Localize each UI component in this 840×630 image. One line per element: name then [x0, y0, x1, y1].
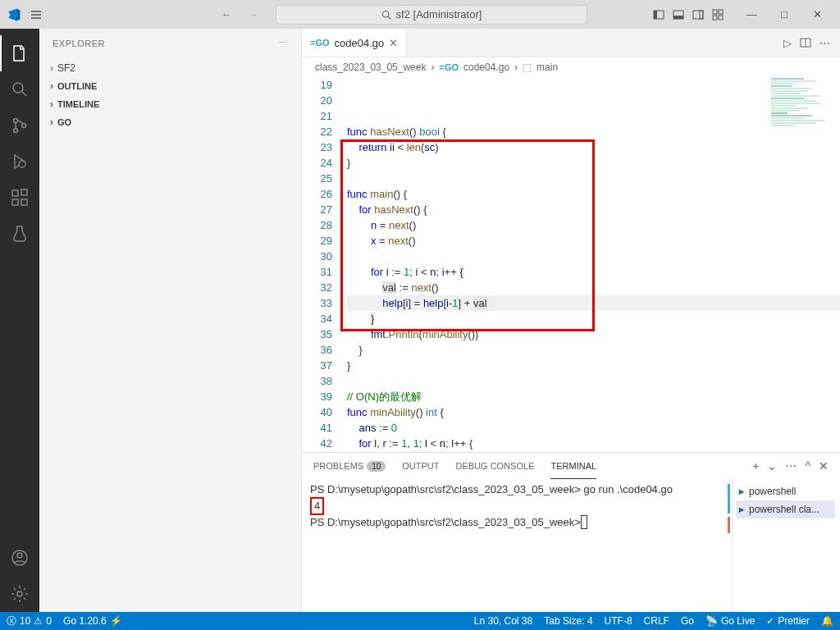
status-go-version[interactable]: Go 1.20.6 ⚡	[63, 615, 122, 627]
extensions-icon[interactable]	[0, 180, 39, 216]
close-panel-icon[interactable]: ✕	[819, 459, 829, 472]
status-cursor[interactable]: Ln 30, Col 38	[474, 615, 532, 627]
tab-terminal[interactable]: TERMINAL	[550, 453, 596, 479]
status-errors[interactable]: ⓧ 10 ⚠ 0	[7, 614, 52, 628]
code-line[interactable]: }	[347, 155, 840, 171]
settings-gear-icon[interactable]	[0, 576, 39, 612]
status-golive[interactable]: 📡 Go Live	[705, 615, 755, 627]
svg-rect-19	[12, 199, 18, 205]
svg-rect-3	[654, 11, 657, 19]
run-icon[interactable]: ▷	[783, 37, 792, 49]
status-language[interactable]: Go	[681, 615, 694, 627]
status-prettier[interactable]: ✓ Prettier	[766, 615, 810, 627]
nav-forward-icon[interactable]: →	[243, 5, 262, 25]
vscode-logo	[7, 7, 21, 22]
source-control-icon[interactable]	[0, 107, 39, 144]
menu-icon[interactable]	[28, 7, 44, 23]
close-window-button[interactable]: ✕	[801, 2, 833, 27]
code-line[interactable]: return ii < len(sc)	[347, 139, 840, 155]
sidebar-item-timeline[interactable]: ›TIMELINE	[46, 95, 294, 113]
svg-point-24	[17, 591, 22, 596]
code-line[interactable]: for r < n && help[r]-help[l-1] < 2*x {	[347, 451, 840, 452]
symbol-icon: ⬚	[523, 62, 532, 73]
tab-label: code04.go	[335, 37, 385, 49]
svg-point-15	[14, 129, 18, 133]
code-line[interactable]	[347, 373, 840, 389]
problems-count-badge: 10	[367, 461, 386, 472]
code-line[interactable]: x = next()	[347, 233, 840, 249]
status-eol[interactable]: CRLF	[644, 615, 669, 627]
terminal-list: ▸powershell▸powershell cla...	[732, 479, 838, 612]
new-terminal-icon[interactable]: +	[752, 459, 759, 472]
breadcrumbs[interactable]: class_2023_03_05_week › =GO code04.go › …	[302, 57, 840, 77]
code-line[interactable]: for i := 1; i < n; i++ {	[347, 264, 840, 280]
panel-more-icon[interactable]: ⋯	[785, 459, 797, 472]
terminal-list-item[interactable]: ▸powershell cla...	[736, 500, 835, 518]
testing-icon[interactable]	[0, 216, 39, 252]
svg-point-16	[22, 124, 26, 128]
sidebar-item-outline[interactable]: ›OUTLINE	[46, 77, 294, 95]
tab-code04[interactable]: =GO code04.go ✕	[302, 29, 407, 57]
nav-back-icon[interactable]: ←	[217, 5, 236, 25]
split-editor-icon[interactable]	[800, 37, 811, 48]
maximize-panel-icon[interactable]: ^	[805, 459, 810, 472]
code-line[interactable]: func minAbility() int {	[347, 404, 840, 420]
explorer-icon[interactable]	[0, 35, 39, 71]
code-line[interactable]: n = next()	[347, 217, 840, 233]
editor-area: =GO code04.go ✕ ▷ ⋯ class_2023_03_05_wee…	[302, 29, 840, 612]
maximize-button[interactable]: □	[768, 2, 801, 27]
code-line[interactable]	[347, 249, 840, 264]
code-line[interactable]: }	[347, 311, 840, 326]
code-line[interactable]: // O(N)的最优解	[347, 389, 840, 404]
code-line[interactable]: }	[347, 358, 840, 373]
terminal-dropdown-icon[interactable]: ⌄	[767, 459, 777, 472]
accounts-icon[interactable]	[0, 540, 39, 576]
layout-panel-right-icon[interactable]	[689, 6, 707, 24]
code-line[interactable]: help[i] = help[i-1] + val	[347, 295, 840, 311]
terminal-line: PS D:\mysetup\gopath\src\sf2\class_2023_…	[310, 482, 724, 497]
terminal-list-item[interactable]: ▸powershell	[736, 482, 835, 500]
code-line[interactable]: }	[347, 342, 840, 358]
status-notifications-icon[interactable]: 🔔	[821, 615, 833, 627]
status-tabsize[interactable]: Tab Size: 4	[544, 615, 592, 627]
code-line[interactable]: for l, r := 1, 1; l < n; l++ {	[347, 436, 840, 451]
command-center[interactable]: sf2 [Administrator]	[276, 5, 587, 25]
code-line[interactable]: fmt.Println(minAbility())	[347, 326, 840, 342]
code-line[interactable]: ans := 0	[347, 420, 840, 436]
editor-more-icon[interactable]: ⋯	[819, 37, 830, 49]
layout-customize-icon[interactable]	[709, 6, 727, 24]
breadcrumb-symbol[interactable]: main	[536, 62, 558, 73]
breadcrumb-folder[interactable]: class_2023_03_05_week	[315, 62, 426, 73]
terminal[interactable]: PS D:\mysetup\gopath\src\sf2\class_2023_…	[302, 479, 732, 612]
code-line[interactable]: val := next()	[347, 280, 840, 295]
sidebar-more-icon[interactable]: ⋯	[279, 38, 289, 48]
layout-panel-left-icon[interactable]	[650, 6, 668, 24]
code-line[interactable]: func main() {	[347, 186, 840, 202]
search-icon[interactable]	[0, 71, 39, 107]
status-bar: ⓧ 10 ⚠ 0 Go 1.20.6 ⚡ Ln 30, Col 38 Tab S…	[0, 612, 840, 630]
code-line[interactable]	[347, 171, 840, 186]
code-line[interactable]: func hasNext() bool {	[347, 124, 840, 139]
code-line[interactable]: for hasNext() {	[347, 202, 840, 217]
run-debug-icon[interactable]	[0, 144, 39, 180]
close-tab-icon[interactable]: ✕	[389, 37, 398, 49]
svg-rect-8	[713, 10, 717, 14]
tab-debug-console[interactable]: DEBUG CONSOLE	[456, 453, 535, 479]
tab-output[interactable]: OUTPUT	[402, 453, 439, 479]
svg-rect-7	[700, 11, 703, 19]
svg-rect-20	[21, 199, 27, 205]
layout-panel-bottom-icon[interactable]	[669, 6, 687, 24]
minimize-button[interactable]: ―	[735, 2, 768, 27]
terminal-line: PS D:\mysetup\gopath\src\sf2\class_2023_…	[310, 516, 581, 528]
svg-point-14	[14, 119, 18, 123]
breadcrumb-file[interactable]: code04.go	[463, 62, 509, 73]
tab-problems[interactable]: PROBLEMS10	[313, 453, 386, 479]
editor[interactable]: 1920212223242526272829303132333435363738…	[302, 77, 840, 452]
svg-point-17	[19, 161, 25, 167]
sidebar-item-sf2[interactable]: ›SF2	[46, 59, 294, 77]
svg-line-13	[22, 92, 26, 96]
status-encoding[interactable]: UTF-8	[605, 615, 632, 627]
command-center-text: sf2 [Administrator]	[396, 8, 482, 21]
minimap[interactable]	[771, 77, 837, 241]
sidebar-item-go[interactable]: ›GO	[46, 113, 294, 131]
